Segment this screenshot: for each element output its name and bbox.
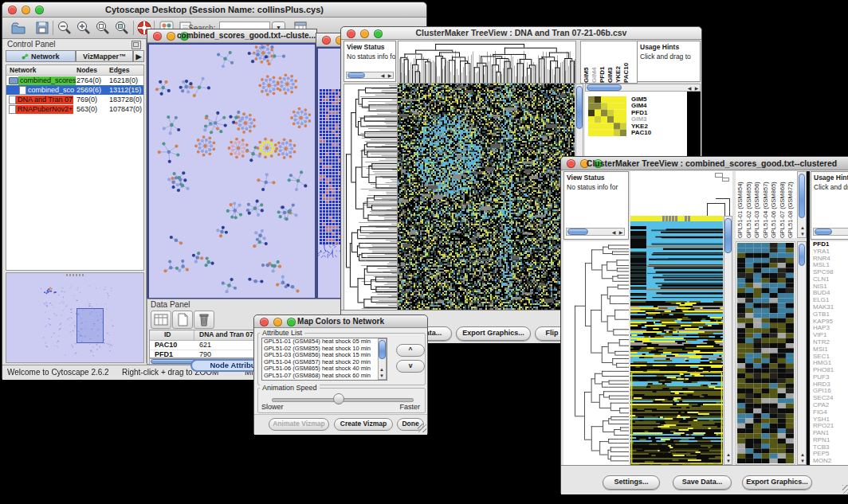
tv2-view-status-panel: View Status No status info for ◀▶	[563, 171, 629, 240]
zoom-out-icon[interactable]	[57, 20, 73, 36]
array-column-label: GPL51-04 (GSM857)	[762, 171, 771, 238]
tv2-row-dendrogram[interactable]	[563, 241, 629, 465]
network-nodes: 563(0)	[77, 105, 97, 113]
tv2-heatmap-vscrollbar[interactable]: ▲▼	[724, 216, 732, 465]
network-row[interactable]: RNAPuberNov2+563(0)107847(0)	[6, 104, 143, 114]
network-edges: 13112(15)	[109, 86, 141, 94]
tv1-row-dendrogram[interactable]	[344, 84, 398, 311]
tv1-status-scrollbar[interactable]: ◀▶	[346, 72, 394, 79]
tv2-labels-vscrollbar[interactable]: ▲▼	[797, 171, 807, 238]
close-icon[interactable]	[322, 36, 331, 45]
control-panel-title: Control Panel	[7, 40, 56, 49]
scrollbar-thumb[interactable]	[576, 86, 583, 129]
array-column-label: GPL51-08 (GSM872)	[787, 171, 795, 238]
tv1-column-labels: GIM5GIM4PFD1GIM3YKE2PAC10	[580, 41, 638, 84]
network-canvas[interactable]	[149, 45, 313, 298]
resize-grip[interactable]	[418, 424, 426, 432]
network-view-title: combined_scores_good.txt--cluste...	[176, 29, 316, 42]
scrollbar-thumb[interactable]	[567, 229, 588, 235]
gene-column-label: PFD1	[599, 41, 607, 83]
tv2-column-dendrogram[interactable]	[630, 171, 732, 216]
gene-label[interactable]: MON2	[811, 458, 848, 465]
tv2-hints-scrollbar[interactable]	[813, 228, 848, 236]
float-panel-icon[interactable]	[132, 41, 141, 49]
tv1-summary-hscrollbar[interactable]: ◀▶	[585, 84, 701, 92]
zoom-fit-icon[interactable]	[95, 20, 111, 36]
scrollbar-thumb[interactable]	[379, 340, 386, 359]
scrollbar-thumb[interactable]	[724, 218, 732, 253]
control-panel: Control Panel Network VizMapper™ ▶ Netwo…	[4, 39, 147, 363]
network-row[interactable]: combined_scores2764(0)16218(0)	[6, 76, 143, 85]
delete-trash-icon[interactable]	[194, 311, 214, 329]
scrollbar-thumb[interactable]	[799, 244, 805, 266]
scrollbar-thumb[interactable]	[347, 72, 365, 78]
status-welcome: Welcome to Cytoscape 2.6.2	[7, 368, 109, 377]
network-name: combined_sco	[26, 86, 76, 95]
move-up-button[interactable]: ^	[396, 344, 425, 357]
tv1-column-dendrogram[interactable]	[398, 41, 576, 84]
attribute-table-icon[interactable]	[151, 311, 171, 329]
network-name: RNAPuberNov2+	[16, 105, 73, 114]
dialog-title: Map Colors to Network	[254, 315, 427, 327]
attribute-list[interactable]: GPL51-01 (GSM854) heat shock 05 minGPL51…	[261, 338, 387, 381]
array-column-label: GPL51-07 (GSM868)	[779, 171, 787, 238]
tv2-button-bar: Settings... Save Data... Export Graphics…	[561, 465, 848, 494]
save-icon[interactable]	[34, 20, 50, 36]
open-folder-icon[interactable]	[10, 20, 26, 36]
network-row[interactable]: DNA and Tran 07769(0)183728(0)	[6, 95, 143, 104]
overview-canvas[interactable]	[8, 278, 142, 361]
network-canvas-frame	[147, 43, 316, 299]
gene-column-label: GIM4	[591, 41, 599, 83]
speed-slider-thumb[interactable]	[333, 393, 344, 404]
tv2-heatmap[interactable]	[630, 216, 723, 465]
tv2-zoom-vscrollbar[interactable]: ▲▼	[797, 241, 807, 465]
network-row[interactable]: combined_sco2569(6)13112(15)	[6, 85, 143, 95]
attribute-list-scrollbar[interactable]: ▲▼	[378, 338, 387, 380]
divider-grip[interactable]	[66, 274, 84, 276]
save-data-button[interactable]: Save Data...	[673, 475, 732, 490]
zoom-selected-icon[interactable]	[114, 20, 130, 36]
resize-grip[interactable]	[842, 485, 848, 494]
gene-column-label: GIM5	[583, 41, 591, 83]
minimize-icon[interactable]	[167, 32, 175, 41]
close-icon[interactable]	[153, 32, 162, 41]
attribute-item[interactable]: GPL51-07 (GSM868) heat shock 60 min	[262, 373, 387, 380]
data-panel-title: Data Panel	[151, 300, 190, 309]
network-overview-panel[interactable]	[6, 272, 144, 363]
tv2-zoom-heatmap[interactable]	[737, 243, 794, 463]
tv1-summary-matrix[interactable]	[588, 96, 626, 136]
main-window-title: Cytoscape Desktop (Session Name: collins…	[2, 2, 426, 17]
export-graphics-button[interactable]: Export Graphics...	[742, 475, 812, 490]
overview-selection-rect[interactable]	[77, 308, 104, 343]
summary-gene-label: PAC10	[631, 130, 651, 136]
scrollbar-thumb[interactable]	[587, 84, 622, 91]
new-attribute-icon[interactable]	[172, 311, 193, 329]
faster-label: Faster	[399, 403, 420, 411]
tv2-column-labels: GPL51-01 (GSM854)GPL51-02 (GSM855)GPL51-…	[736, 171, 797, 238]
network-edges: 107847(0)	[109, 105, 142, 113]
animate-vizmap-button[interactable]: Animate Vizmap	[269, 418, 329, 431]
export-graphics-button[interactable]: Export Graphics...	[456, 326, 531, 341]
scrollbar-thumb[interactable]	[815, 229, 832, 235]
tv2-gene-list[interactable]: PFD1YRA1RNR4MSL1SPC98CLN1NIS1BUD4ELG1MAK…	[811, 241, 848, 465]
tab-overflow-arrow[interactable]: ▶	[133, 50, 144, 62]
dialog-titlebar: Map Colors to Network	[254, 315, 427, 328]
create-vizmap-button[interactable]: Create Vizmap	[334, 418, 393, 431]
tv1-title: ClusterMaker TreeView : DNA and Tran 07-…	[341, 27, 701, 39]
tab-vizmapper[interactable]: VizMapper™	[76, 50, 133, 62]
tab-network[interactable]: Network	[6, 50, 76, 62]
dialog-footer: Animate Vizmap Create Vizmap Done	[254, 414, 427, 435]
move-down-button[interactable]: v	[396, 360, 425, 373]
gene-column-label: GIM3	[607, 41, 614, 83]
map-colors-dialog: Map Colors to Network Attribute List GPL…	[253, 315, 428, 434]
scrollbar-thumb[interactable]	[799, 174, 805, 218]
settings-button[interactable]: Settings...	[603, 475, 660, 490]
tv2-title: ClusterMaker TreeView : combined_scores_…	[561, 157, 848, 170]
network-table-header: Network Nodes Edges	[6, 65, 143, 76]
tv2-status-scrollbar[interactable]: ◀▶	[566, 228, 625, 236]
folder-icon	[9, 77, 18, 84]
control-panel-tabs: Network VizMapper™ ▶	[6, 50, 144, 63]
tv1-view-status-panel: View Status No status info for ◀▶	[344, 41, 396, 82]
zoom-in-icon[interactable]	[76, 20, 92, 36]
tv1-heatmap[interactable]	[398, 84, 575, 310]
